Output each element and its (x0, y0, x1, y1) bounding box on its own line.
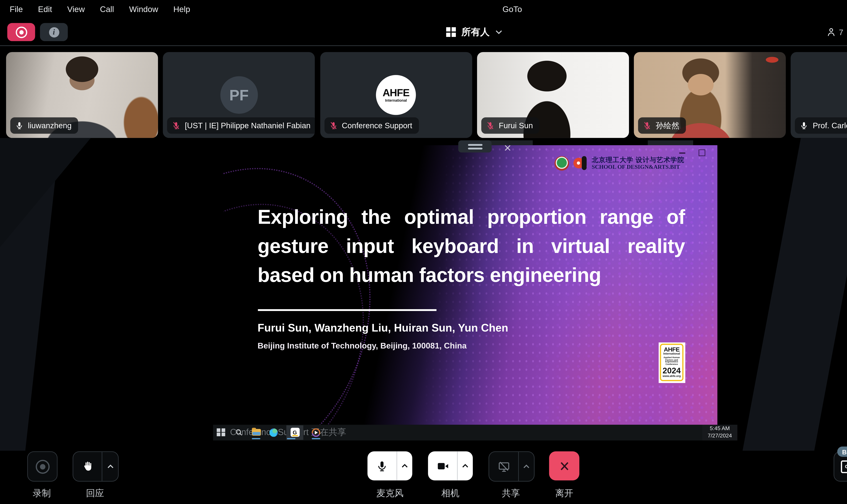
menu-window[interactable]: Window (129, 5, 158, 14)
share-menu-button[interactable] (519, 452, 534, 481)
slide-title-line: gesture input keyboard in virtual realit… (258, 231, 685, 260)
menu-edit[interactable]: Edit (38, 5, 52, 14)
name-tag: Prof. Carlos Lugay, PhD (795, 118, 847, 134)
slide-title-line: based on human factors engineering (258, 260, 685, 289)
close-icon (504, 144, 510, 151)
participants-button[interactable]: 7 (826, 26, 843, 37)
camera-icon (436, 460, 449, 472)
name-tag: Conference Support (324, 118, 419, 134)
participant-name: [UST | IE] Philippe Nathaniel Fabian (185, 121, 310, 130)
captions-icon: CC (841, 460, 847, 473)
video-tile-carlos-lugay[interactable]: PP Prof. Carlos Lugay, PhD (791, 52, 847, 138)
video-tile-furui-sun[interactable]: Furui Sun (477, 52, 629, 138)
video-tile-philippe[interactable]: PF [UST | IE] Philippe Nathaniel Fabian (163, 52, 315, 138)
goto-app-button[interactable]: G (286, 425, 303, 440)
layout-selector[interactable]: 所有人 (0, 19, 847, 46)
meeting-toolbar: i 所有人 7 (0, 19, 847, 46)
slide-close-button[interactable] (502, 143, 512, 152)
camera-button[interactable] (428, 451, 473, 480)
name-tag: [UST | IE] Philippe Nathaniel Fabian (167, 118, 315, 134)
call-controls: 录制 回应 麦克风 (0, 451, 847, 504)
menu-file[interactable]: File (10, 5, 23, 14)
video-tile-sun-huiran[interactable]: 孙绘然 (634, 52, 786, 138)
toolbar-right: 7 (826, 19, 847, 46)
participant-name: Conference Support (342, 121, 412, 130)
toolbar-divider (0, 46, 847, 46)
ahfe-logo-subtext: International (385, 99, 407, 102)
microphone-label: 麦克风 (376, 488, 403, 499)
university-emblem-icon (555, 156, 569, 170)
mic-muted-icon (172, 121, 181, 130)
share-label: 共享 (502, 488, 520, 499)
sharing-toolbar-handle[interactable] (458, 141, 492, 152)
app-title: GoTo (502, 5, 522, 14)
media-player-button[interactable] (311, 425, 321, 440)
slide-minimize-button[interactable] (679, 152, 685, 154)
taskbar-clock[interactable]: 5:45 AM 7/27/2024 (702, 425, 737, 440)
participant-name: 孙绘然 (656, 120, 679, 131)
mic-muted-icon (643, 121, 651, 130)
university-name-en: SCHOOL OF DESIGN&ARTS.BIT (592, 164, 684, 171)
grid-view-icon (446, 27, 456, 37)
share-button[interactable] (489, 451, 535, 482)
shared-screen: 北京理工大学 设计与艺术学院 SCHOOL OF DESIGN&ARTS.BIT… (213, 141, 737, 440)
badge-org: AHFE (664, 347, 680, 353)
record-icon (35, 460, 49, 473)
search-button[interactable] (234, 425, 243, 440)
search-icon (235, 429, 242, 436)
taskbar-icons: G (216, 425, 321, 440)
slide-affiliation: Beijing Institute of Technology, Beijing… (258, 341, 467, 350)
reactions-button[interactable] (73, 451, 119, 482)
folder-icon (252, 429, 261, 436)
menu-bar: File Edit View Call Window Help GoTo (0, 0, 847, 19)
ahfe-2024-badge: AHFE International Applied Human Factors… (658, 342, 685, 383)
captions-button[interactable]: Beta CC (834, 451, 847, 482)
slide-title-line: Exploring the optimal proportion range o… (258, 202, 685, 231)
menu-view[interactable]: View (67, 5, 85, 14)
chevron-up-icon (523, 464, 530, 469)
reactions-menu-button[interactable] (102, 452, 118, 481)
chevron-up-icon (107, 464, 113, 469)
presentation-slide: 北京理工大学 设计与艺术学院 SCHOOL OF DESIGN&ARTS.BIT… (223, 145, 717, 425)
name-tag: liuwanzheng (10, 118, 78, 134)
participant-name: liuwanzheng (28, 121, 71, 130)
chevron-up-icon (462, 464, 469, 468)
participant-name: Prof. Carlos Lugay, PhD (813, 121, 847, 130)
menu-help[interactable]: Help (173, 5, 190, 14)
camera-menu-button[interactable] (458, 451, 473, 480)
badge-year: 2024 (663, 367, 681, 375)
chevron-down-icon (495, 30, 502, 35)
camera-label: 相机 (441, 488, 459, 499)
edge-icon (269, 428, 278, 437)
leave-x-icon (559, 460, 570, 472)
mic-on-icon (15, 121, 23, 130)
slide-title: Exploring the optimal proportion range o… (258, 202, 685, 289)
ahfe-logo: AHFE International (376, 75, 416, 115)
slide-restore-button[interactable] (698, 149, 705, 156)
start-button[interactable] (216, 425, 226, 440)
university-name-cn: 北京理工大学 设计与艺术学院 (592, 156, 684, 164)
share-screen-off-icon (497, 460, 510, 473)
participant-name: Furui Sun (499, 121, 533, 130)
video-tile-conference-support[interactable]: AHFE International Conference Support (320, 52, 472, 138)
university-logo: 北京理工大学 设计与艺术学院 SCHOOL OF DESIGN&ARTS.BIT (555, 156, 684, 171)
leave-button[interactable] (549, 451, 579, 480)
badge-url: www.ahfe.org (663, 375, 681, 378)
menu-call[interactable]: Call (100, 5, 114, 14)
school-logo-icon (573, 156, 588, 170)
shared-desktop-taskbar: Conference Support 正在共享 G 5:45 AM 7/27/2… (213, 425, 737, 440)
mic-on-icon (800, 121, 809, 130)
goto-app-icon: G (290, 428, 300, 437)
microphone-button[interactable] (367, 451, 412, 480)
microphone-menu-button[interactable] (397, 451, 412, 480)
windows-logo-icon (217, 429, 225, 436)
chevron-up-icon (401, 464, 408, 468)
view-mode-label: 所有人 (462, 26, 490, 38)
edge-browser-button[interactable] (269, 425, 278, 440)
file-explorer-button[interactable] (251, 425, 261, 440)
drag-handle-icon (468, 144, 482, 145)
desktop-fragment (648, 141, 693, 145)
video-tile-liuwanzheng[interactable]: liuwanzheng (6, 52, 158, 138)
mic-on-icon (376, 460, 388, 472)
record-button[interactable] (27, 451, 58, 482)
